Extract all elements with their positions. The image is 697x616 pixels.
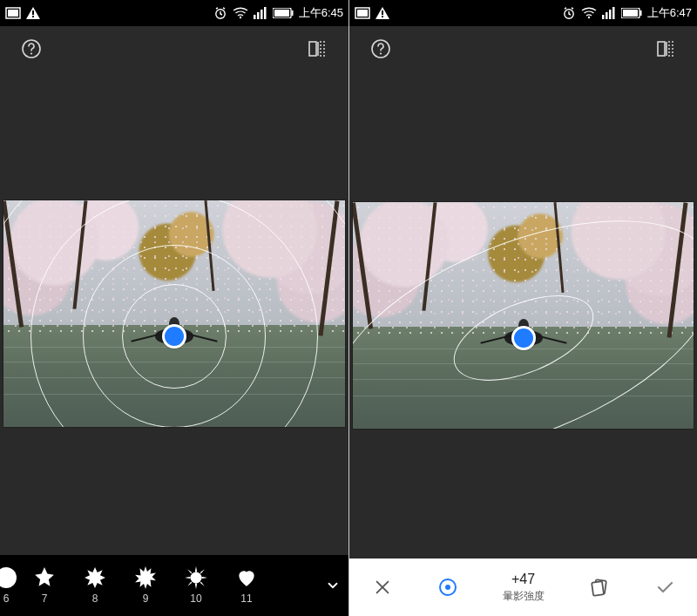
svg-rect-30 — [639, 10, 641, 16]
shape-label: 11 — [240, 592, 252, 605]
star5-icon — [33, 566, 56, 589]
blur-shape-button[interactable] — [423, 563, 472, 612]
alarm-icon — [562, 6, 576, 20]
screen-left: 上午6:45 — [0, 0, 348, 616]
shape-8[interactable]: 8 — [70, 566, 120, 605]
photo — [3, 200, 345, 427]
burst12-icon — [185, 566, 207, 589]
cancel-button[interactable] — [358, 563, 407, 612]
shape-label: 8 — [92, 592, 98, 605]
shape-6[interactable]: 6 — [0, 566, 19, 605]
check-icon — [654, 577, 675, 598]
svg-rect-24 — [602, 15, 605, 19]
action-bar: +47 暈影強度 — [349, 558, 697, 616]
svg-point-14 — [30, 52, 32, 54]
svg-rect-25 — [606, 12, 608, 19]
svg-rect-9 — [264, 7, 267, 19]
svg-rect-12 — [291, 10, 293, 16]
shape-bar: 6 7 8 9 10 — [0, 555, 348, 616]
svg-point-23 — [587, 17, 589, 18]
cellular-icon — [602, 7, 616, 19]
shape-9[interactable]: 9 — [120, 566, 171, 605]
svg-rect-20 — [382, 10, 383, 15]
svg-rect-26 — [609, 10, 612, 19]
shape-11[interactable]: 11 — [221, 566, 272, 605]
circle-icon — [0, 566, 17, 589]
compare-button[interactable] — [300, 31, 335, 66]
clock-label: 上午6:45 — [299, 5, 343, 21]
canvas[interactable] — [349, 71, 697, 558]
wifi-icon — [233, 7, 248, 19]
canvas[interactable] — [0, 71, 348, 555]
screenshot-indicator-icon — [5, 7, 21, 19]
status-bar: 上午6:45 — [0, 0, 348, 26]
svg-point-35 — [445, 585, 450, 590]
cellular-icon — [254, 7, 267, 19]
warning-icon — [376, 7, 389, 19]
svg-rect-29 — [623, 10, 638, 17]
close-icon — [373, 578, 392, 597]
battery-icon — [273, 8, 294, 18]
shape-7[interactable]: 7 — [19, 566, 70, 605]
target-icon — [437, 577, 458, 598]
svg-point-16 — [0, 567, 17, 588]
app-bar — [0, 26, 348, 71]
screenshot-indicator-icon — [355, 7, 370, 19]
svg-rect-11 — [274, 10, 289, 17]
shape-label: 6 — [3, 592, 10, 605]
star6-icon — [84, 566, 106, 589]
status-bar: 上午6:47 — [349, 0, 697, 26]
shape-label: 10 — [190, 592, 201, 605]
svg-rect-2 — [32, 10, 34, 15]
alarm-icon — [213, 6, 227, 20]
shape-10[interactable]: 10 — [171, 566, 221, 605]
svg-rect-27 — [612, 7, 615, 19]
cards-icon — [589, 577, 610, 598]
svg-rect-37 — [592, 581, 604, 596]
svg-rect-7 — [257, 12, 260, 19]
apply-button[interactable] — [640, 563, 689, 612]
svg-rect-3 — [32, 16, 34, 17]
warning-icon — [26, 7, 40, 19]
battery-icon — [621, 8, 642, 18]
help-button[interactable] — [14, 31, 49, 66]
svg-rect-1 — [8, 10, 18, 17]
collapse-button[interactable] — [317, 578, 348, 593]
wifi-icon — [581, 7, 597, 19]
burst8-icon — [134, 566, 157, 589]
svg-rect-33 — [658, 42, 665, 56]
svg-rect-6 — [254, 15, 256, 19]
svg-rect-21 — [382, 16, 383, 17]
strength-label: 暈影強度 — [503, 589, 545, 604]
app-bar — [349, 26, 697, 71]
svg-rect-19 — [357, 10, 368, 17]
strength-readout[interactable]: +47 暈影強度 — [489, 572, 558, 604]
compare-button[interactable] — [648, 31, 683, 66]
heart-icon — [235, 566, 258, 589]
svg-point-5 — [239, 17, 240, 18]
clock-label: 上午6:47 — [647, 5, 692, 21]
shape-label: 7 — [42, 592, 48, 605]
styles-button[interactable] — [575, 563, 624, 612]
chevron-down-icon — [325, 578, 341, 593]
screen-right: 上午6:47 — [348, 0, 697, 616]
svg-rect-15 — [309, 42, 316, 56]
help-button[interactable] — [363, 31, 398, 66]
svg-point-32 — [380, 52, 382, 54]
strength-value: +47 — [511, 572, 535, 587]
shape-label: 9 — [143, 592, 149, 605]
svg-rect-8 — [261, 10, 263, 19]
photo — [353, 202, 694, 429]
